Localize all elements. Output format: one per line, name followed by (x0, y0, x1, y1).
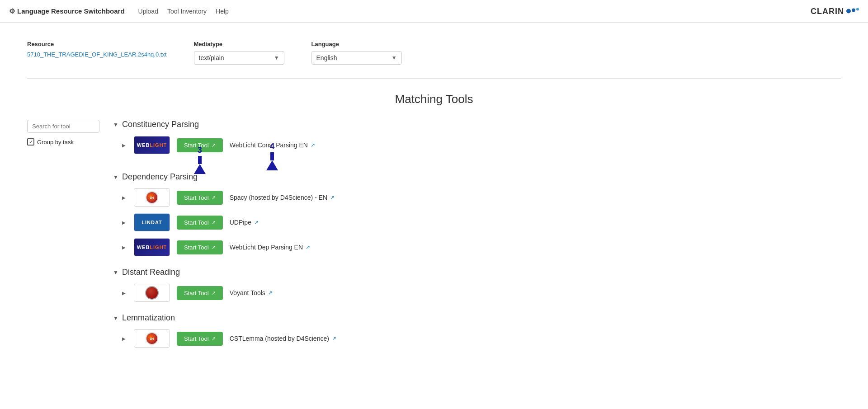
mediatype-dropdown[interactable]: text/plain ▼ (194, 51, 284, 65)
tool-row-weblicht-const: ▶ WEB LIGHT Start Tool ↗ (113, 136, 841, 154)
navbar-links: Upload Tool Inventory Help (138, 8, 229, 15)
start-tool-button-voyant[interactable]: Start Tool ↗ (177, 286, 223, 300)
language-dropdown[interactable]: English ▼ (311, 51, 402, 65)
tools-layout: Group by task ▼ Constituency Parsing ▶ W… (27, 120, 841, 359)
weblight-web-text: WEB (137, 142, 150, 148)
mediatype-col: Mediatype text/plain ▼ (194, 41, 284, 65)
task-group-name-distant: Distant Reading (122, 268, 180, 277)
nav-help[interactable]: Help (216, 8, 229, 15)
start-tool-label-udpipe: Start Tool (184, 219, 209, 226)
arrow-shaft-3 (198, 156, 202, 164)
task-group-header-lemma[interactable]: ▼ Lemmatization (113, 313, 841, 323)
mediatype-value: text/plain (199, 54, 224, 61)
gear-icon: ⚙ (9, 7, 15, 15)
tool-logo-udpipe[interactable]: LINDAT (134, 213, 170, 231)
collapse-arrow-dependency: ▼ (113, 174, 118, 180)
tool-name-label-const: WebLicht Const Parsing EN (230, 141, 308, 149)
main-content: Resource 5710_THE_TRAGEDIE_OF_KING_LEAR.… (0, 23, 868, 409)
task-group-name-lemma: Lemmatization (122, 313, 175, 323)
weblight-light-dep: LIGHT (150, 244, 167, 250)
tool-name-weblicht-dep: WebLicht Dep Parsing EN ↗ (230, 244, 310, 251)
start-tool-label-spacy: Start Tool (184, 194, 209, 201)
navbar-brand[interactable]: ⚙ Language Resource Switchboard (9, 7, 125, 15)
language-value: English (316, 54, 337, 61)
collapse-arrow-distant: ▼ (113, 269, 118, 276)
tool-external-link-udpipe[interactable]: ↗ (254, 219, 259, 226)
tool-name-label-udpipe: UDPipe (230, 219, 251, 226)
tool-logo-cstlemma[interactable]: D4 (134, 329, 170, 348)
start-tool-button-spacy[interactable]: Start Tool ↗ (177, 191, 223, 205)
d4science-circle-cstlemma: D4 (146, 332, 158, 345)
resource-section: Resource 5710_THE_TRAGEDIE_OF_KING_LEAR.… (27, 41, 841, 65)
tool-name-label-voyant: Voyant Tools (230, 289, 265, 296)
weblight-logo-dep: WEB LIGHT (134, 239, 170, 256)
start-tool-button-udpipe[interactable]: Start Tool ↗ (177, 216, 223, 230)
external-link-icon-voyant: ↗ (212, 290, 216, 296)
dot-3 (856, 8, 859, 11)
task-group-header-dependency[interactable]: ▼ Dependency Parsing (113, 172, 841, 182)
logo-expand-icon: ▶ (122, 143, 126, 148)
section-divider (27, 78, 841, 79)
dot-2 (852, 9, 855, 12)
start-tool-button-const[interactable]: Start Tool ↗ (177, 138, 223, 152)
sidebar: Group by task (27, 120, 99, 359)
d4science-logo-spacy: D4 (134, 189, 170, 206)
arrow-shaft-4 (270, 152, 274, 160)
tool-name-label-weblicht-dep: WebLicht Dep Parsing EN (230, 244, 303, 251)
external-link-icon-const: ↗ (212, 142, 216, 148)
weblight-web-dep: WEB (137, 244, 150, 250)
tool-name-udpipe: UDPipe ↗ (230, 219, 259, 226)
external-link-icon-cstlemma: ↗ (212, 336, 216, 342)
tool-row-udpipe: ▶ LINDAT Start Tool ↗ UDPipe ↗ (113, 213, 841, 231)
collapse-arrow-constituency: ▼ (113, 122, 118, 128)
nav-upload[interactable]: Upload (138, 8, 158, 15)
tool-name-cstlemma: CSTLemma (hosted by D4Science) ↗ (230, 335, 336, 342)
tool-logo-spacy[interactable]: D4 (134, 188, 170, 207)
tool-external-link-weblicht-dep[interactable]: ↗ (306, 244, 310, 250)
voyant-icon (145, 286, 159, 300)
tool-row-cstlemma: ▶ D4 Start Tool ↗ CSTLemma (hosted by D4… (113, 329, 841, 348)
clarin-logo: CLARIN (811, 6, 859, 16)
tool-logo-voyant[interactable] (134, 284, 170, 302)
task-group-dependency: ▼ Dependency Parsing ▶ D4 Start Tool ↗ (113, 172, 841, 256)
tool-external-link-spacy[interactable]: ↗ (330, 194, 335, 201)
task-group-lemma: ▼ Lemmatization ▶ D4 Start Tool ↗ (113, 313, 841, 348)
start-tool-label-const: Start Tool (184, 142, 209, 149)
nav-tool-inventory[interactable]: Tool Inventory (167, 8, 207, 15)
task-group-constituency: ▼ Constituency Parsing ▶ WEB LIGHT Sta (113, 120, 841, 154)
logo-expand-cstlemma: ▶ (122, 336, 126, 341)
resource-col: Resource 5710_THE_TRAGEDIE_OF_KING_LEAR.… (27, 41, 167, 65)
tool-external-link-voyant[interactable]: ↗ (268, 290, 273, 296)
logo-expand-spacy: ▶ (122, 195, 126, 200)
tool-name-spacy: Spacy (hosted by D4Science) - EN ↗ (230, 194, 335, 201)
start-tool-label-voyant: Start Tool (184, 290, 209, 296)
group-by-task-checkbox[interactable] (27, 138, 34, 146)
matching-tools-title: Matching Tools (27, 92, 841, 106)
tool-logo-weblicht-const[interactable]: WEB LIGHT (134, 136, 170, 154)
task-group-distant: ▼ Distant Reading ▶ Start Tool ↗ (113, 268, 841, 302)
start-tool-button-weblicht-dep[interactable]: Start Tool ↗ (177, 240, 223, 254)
clarin-dots (846, 9, 859, 14)
lindat-logo-udpipe: LINDAT (134, 214, 170, 231)
tool-logo-weblicht-dep[interactable]: WEB LIGHT (134, 238, 170, 256)
tool-row-weblicht-dep: ▶ WEB LIGHT Start Tool ↗ WebLicht Dep Pa… (113, 238, 841, 256)
tool-row-spacy: ▶ D4 Start Tool ↗ Spacy (hosted by D4Sci… (113, 188, 841, 207)
tools-list: ▼ Constituency Parsing ▶ WEB LIGHT Sta (113, 120, 841, 359)
mediatype-label: Mediatype (194, 41, 284, 47)
task-group-header-constituency[interactable]: ▼ Constituency Parsing (113, 120, 841, 129)
navbar-brand-label: Language Resource Switchboard (17, 7, 125, 15)
resource-link[interactable]: 5710_THE_TRAGEDIE_OF_KING_LEAR.2s4hq.0.t… (27, 51, 167, 58)
start-tool-button-cstlemma[interactable]: Start Tool ↗ (177, 332, 223, 346)
language-label: Language (311, 41, 402, 47)
group-by-task-label: Group by task (37, 139, 74, 146)
search-input[interactable] (27, 120, 99, 133)
tool-external-link-cstlemma[interactable]: ↗ (332, 335, 336, 342)
tool-external-link-const[interactable]: ↗ (311, 142, 315, 148)
external-link-icon-udpipe: ↗ (212, 220, 216, 226)
dot-1 (846, 9, 851, 14)
task-group-header-distant[interactable]: ▼ Distant Reading (113, 268, 841, 277)
weblight-logo-const: WEB LIGHT (134, 136, 170, 154)
start-tool-label-cstlemma: Start Tool (184, 335, 209, 342)
language-col: Language English ▼ (311, 41, 402, 65)
tool-name-label-cstlemma: CSTLemma (hosted by D4Science) (230, 335, 329, 342)
